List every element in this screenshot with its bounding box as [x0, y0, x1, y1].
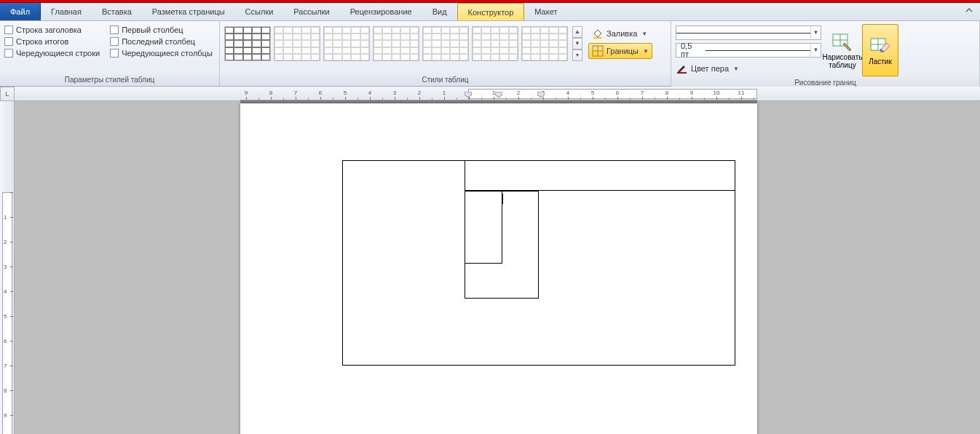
- group-title: Параметры стилей таблиц: [0, 74, 219, 86]
- label: Цвет пера: [691, 64, 729, 73]
- draw-table-icon: [831, 31, 853, 52]
- table-cell-mid-split[interactable]: [465, 191, 502, 264]
- eraser-icon: [869, 36, 891, 56]
- tab-home[interactable]: Главная: [41, 3, 92, 20]
- table-style-thumb[interactable]: [373, 26, 419, 61]
- dropdown-icon: ▼: [810, 26, 821, 39]
- checkbox-icon: [4, 25, 13, 34]
- chk-total-row[interactable]: Строка итогов: [4, 37, 100, 46]
- vertical-ruler[interactable]: 12345678910: [0, 101, 15, 434]
- minimize-ribbon-icon[interactable]: [964, 5, 974, 17]
- borders-button[interactable]: Границы ▼: [588, 43, 652, 59]
- checkbox-icon: [110, 49, 119, 58]
- label: Нарисовать таблицу: [823, 53, 863, 69]
- line-weight-preview: [706, 50, 810, 51]
- text-cursor: [502, 194, 503, 204]
- line-weight-combo[interactable]: 0,5 пт ▼: [676, 43, 821, 58]
- chk-label: Строка итогов: [16, 37, 68, 46]
- group-table-style-options: Строка заголовка Строка итогов Чередующи…: [0, 21, 220, 86]
- svg-rect-4: [677, 72, 687, 74]
- tab-references[interactable]: Ссылки: [235, 3, 284, 20]
- tab-view[interactable]: Вид: [422, 3, 457, 20]
- shading-button[interactable]: Заливка ▼: [588, 25, 652, 42]
- svg-rect-0: [593, 37, 602, 39]
- chk-label: Чередующиеся строки: [16, 49, 100, 58]
- borders-icon: [592, 45, 604, 57]
- chk-last-column[interactable]: Последний столбец: [110, 37, 213, 46]
- table-style-thumb[interactable]: [224, 26, 271, 61]
- tab-review[interactable]: Рецензирование: [340, 3, 422, 20]
- horizontal-ruler[interactable]: 9876543211234567891011: [15, 87, 980, 101]
- gallery-scroll-down[interactable]: ▼: [572, 38, 582, 50]
- tab-table-design[interactable]: Конструктор: [457, 3, 525, 20]
- paint-bucket-icon: [592, 28, 604, 39]
- group-title: Стили таблиц: [220, 74, 671, 86]
- label: Границы: [606, 47, 639, 55]
- chk-label: Чередующиеся столбцы: [122, 49, 213, 58]
- table-style-thumb[interactable]: [274, 26, 320, 61]
- table-style-thumb[interactable]: [521, 26, 568, 61]
- ruler-corner[interactable]: L: [0, 87, 15, 101]
- table-style-thumb[interactable]: [323, 26, 370, 61]
- table-row-top[interactable]: [465, 160, 735, 191]
- pen-color-button[interactable]: Цвет пера ▼: [676, 60, 821, 76]
- value: 0,5 пт: [676, 42, 706, 58]
- chk-banded-rows[interactable]: Чередующиеся строки: [4, 49, 100, 58]
- dropdown-icon: ▼: [641, 31, 647, 37]
- line-style-preview: [676, 33, 810, 33]
- ribbon: Строка заголовка Строка итогов Чередующи…: [0, 21, 980, 87]
- chk-banded-columns[interactable]: Чередующиеся столбцы: [110, 49, 213, 58]
- chk-header-row[interactable]: Строка заголовка: [4, 25, 100, 34]
- checkbox-icon: [4, 37, 13, 46]
- tab-table-layout[interactable]: Макет: [524, 3, 567, 20]
- table-outer[interactable]: [342, 160, 735, 366]
- dropdown-icon: ▼: [810, 44, 821, 57]
- document-page[interactable]: [240, 103, 757, 434]
- table-style-thumb[interactable]: [472, 26, 518, 61]
- chk-first-column[interactable]: Первый столбец: [110, 25, 213, 34]
- tab-mailings[interactable]: Рассылки: [283, 3, 339, 20]
- draw-table-button[interactable]: Нарисовать таблицу: [824, 24, 861, 76]
- chk-label: Последний столбец: [122, 37, 195, 46]
- gallery-scroll: ▲ ▼ ▾: [572, 26, 582, 61]
- chk-label: Первый столбец: [122, 25, 183, 34]
- ribbon-tabs: Файл Главная Вставка Разметка страницы С…: [0, 3, 980, 21]
- dropdown-icon: ▼: [733, 66, 739, 72]
- checkbox-icon: [110, 37, 119, 46]
- gallery-more[interactable]: ▾: [572, 50, 582, 61]
- document-workspace: L 9876543211234567891011 12345678910: [0, 87, 980, 434]
- checkbox-icon: [4, 49, 13, 58]
- line-style-combo[interactable]: ▼: [676, 25, 821, 40]
- gallery-scroll-up[interactable]: ▲: [572, 26, 582, 38]
- tab-file[interactable]: Файл: [0, 3, 41, 20]
- dropdown-icon: ▼: [643, 48, 649, 55]
- table-style-thumb[interactable]: [422, 26, 469, 61]
- group-draw-borders: ▼ 0,5 пт ▼ Цвет пера ▼: [671, 21, 980, 86]
- label: Ластик: [869, 58, 892, 66]
- group-table-styles: ▲ ▼ ▾ Заливка ▼ Границы: [220, 21, 671, 86]
- tab-page-layout[interactable]: Разметка страницы: [142, 3, 235, 20]
- checkbox-icon: [110, 25, 119, 34]
- tab-insert[interactable]: Вставка: [92, 3, 142, 20]
- chk-label: Строка заголовка: [16, 25, 82, 34]
- eraser-button[interactable]: Ластик: [862, 24, 898, 76]
- pen-color-icon: [676, 63, 688, 74]
- label: Заливка: [606, 29, 637, 38]
